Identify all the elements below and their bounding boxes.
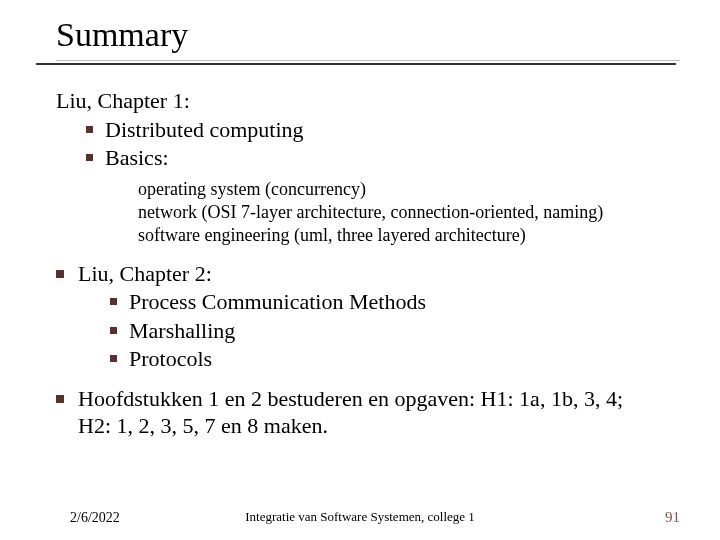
- list-item: Basics:: [86, 144, 680, 172]
- slide-body: Liu, Chapter 1: Distributed computing Ba…: [56, 87, 680, 440]
- title-rule-dark: [36, 63, 676, 65]
- chapter1-list: Distributed computing Basics: operating …: [86, 116, 680, 248]
- chapter2-list: Process Communication Methods Marshallin…: [110, 288, 680, 373]
- square-bullet-icon: [110, 355, 117, 362]
- square-bullet-icon: [86, 126, 93, 133]
- footer-page-number: 91: [665, 509, 680, 526]
- footer-date: 2/6/2022: [70, 510, 120, 526]
- square-bullet-icon: [56, 395, 64, 403]
- slide-title: Summary: [56, 16, 680, 54]
- chapter2-heading: Liu, Chapter 2:: [78, 260, 212, 288]
- title-rule-light: [56, 60, 680, 61]
- slide: Summary Liu, Chapter 1: Distributed comp…: [0, 0, 720, 540]
- chapter1-heading: Liu, Chapter 1:: [56, 87, 680, 115]
- list-item-label: Distributed computing: [105, 116, 304, 144]
- chapter2-heading-row: Liu, Chapter 2:: [56, 260, 680, 288]
- sublist-item: operating system (concurrency): [138, 178, 680, 201]
- basics-sublist: operating system (concurrency) network (…: [138, 178, 680, 248]
- footer-center: Integratie van Software Systemen, colleg…: [245, 509, 475, 525]
- list-item: Marshalling: [110, 317, 680, 345]
- slide-footer: 2/6/2022 Integratie van Software Systeme…: [0, 509, 720, 526]
- square-bullet-icon: [86, 154, 93, 161]
- assignment-text: Hoofdstukken 1 en 2 bestuderen en opgave…: [78, 385, 658, 440]
- list-item: Distributed computing: [86, 116, 680, 144]
- sublist-item: network (OSI 7-layer architecture, conne…: [138, 201, 680, 224]
- list-item: Protocols: [110, 345, 680, 373]
- sublist-item: software engineering (uml, three layered…: [138, 224, 680, 247]
- list-item: Process Communication Methods: [110, 288, 680, 316]
- list-item-label: Basics:: [105, 144, 169, 172]
- list-item-label: Protocols: [129, 345, 212, 373]
- list-item-label: Marshalling: [129, 317, 235, 345]
- square-bullet-icon: [56, 270, 64, 278]
- square-bullet-icon: [110, 327, 117, 334]
- list-item-label: Process Communication Methods: [129, 288, 426, 316]
- assignment-row: Hoofdstukken 1 en 2 bestuderen en opgave…: [56, 385, 680, 440]
- square-bullet-icon: [110, 298, 117, 305]
